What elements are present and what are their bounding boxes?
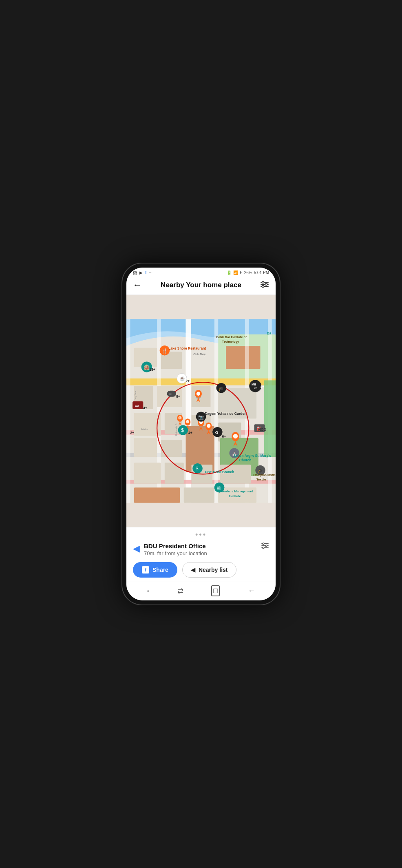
svg-text:2+: 2+ [130,431,134,435]
svg-rect-14 [126,319,130,503]
svg-point-114 [263,547,264,549]
svg-text:🍴: 🍴 [162,348,168,354]
video-icon: ▶ [139,270,143,275]
svg-text:Institute: Institute [229,494,241,498]
svg-text:☕: ☕ [179,376,186,381]
battery-percent: 26% [244,270,252,275]
svg-rect-24 [192,386,211,407]
svg-point-113 [265,545,267,547]
svg-text:Amhara Management: Amhara Management [222,489,253,493]
battery-charge-icon: 🔋 [227,270,232,275]
svg-point-112 [263,543,264,545]
svg-rect-73 [167,391,176,397]
svg-rect-8 [226,346,260,369]
svg-text:MB: MB [252,383,256,386]
svg-text:🎓: 🎓 [219,386,224,391]
svg-rect-37 [220,465,251,484]
phone-inner: 🖼 ▶ f ··· 🔋 📶 H 26% 5:01 PM ← Nearby You… [126,268,276,600]
svg-text:🎓: 🎓 [258,468,263,474]
facebook-icon: f [145,270,147,275]
share-label: Share [152,567,168,573]
nearby-list-label: Nearby list [199,567,228,573]
svg-text:⊙: ⊙ [179,416,181,419]
svg-text:2+: 2+ [186,379,190,383]
svg-point-50 [233,434,238,438]
svg-text:8+: 8+ [176,394,180,399]
svg-text:♻: ♻ [215,430,219,435]
page-title: Nearby Your home place [142,281,260,289]
svg-text:Ethiopian Instit.: Ethiopian Instit. [253,473,276,477]
nearby-list-button[interactable]: ◀ Nearby list [182,562,236,578]
svg-rect-34 [134,463,161,484]
nav-overview-button[interactable]: □ [211,585,220,596]
map-svg: ⊙ ⊙ [126,295,276,527]
more-icon: ··· [149,270,152,275]
svg-text:4+: 4+ [143,406,147,410]
back-button[interactable]: ← [133,280,142,290]
svg-text:Beg Tara: Beg Tara [134,391,137,400]
svg-point-5 [262,285,264,287]
network-icon: H [240,270,243,275]
svg-text:Ba: Ba [267,331,271,335]
nav-recent-button[interactable]: ⇄ [177,587,183,596]
image-icon: 🖼 [133,270,137,275]
time: 5:01 PM [254,270,269,275]
facebook-share-icon: f [142,566,149,574]
svg-text:Technology: Technology [222,340,239,343]
dots-indicator: ••• [133,531,269,539]
svg-rect-16 [214,319,218,503]
status-right: 🔋 📶 H 26% 5:01 PM [227,270,269,275]
options-icon[interactable] [261,542,269,551]
svg-rect-39 [184,487,214,503]
nav-bar: ● ⇄ □ ← [126,582,276,600]
map-area[interactable]: ⊙ ⊙ [126,295,276,527]
svg-text:Lake Shore Restaurant: Lake Shore Restaurant [168,346,206,350]
location-distance: 70m. far from your location [144,550,257,556]
svg-text:NOG: NOG [258,427,267,432]
svg-rect-38 [134,487,180,503]
status-left: 🖼 ▶ f ··· [133,270,152,275]
nearby-arrow-icon: ◀ [191,567,195,573]
svg-point-4 [265,283,267,285]
location-name: BDU President Office [144,542,257,549]
svg-text:Gish Abay: Gish Abay [193,353,206,356]
svg-text:🏛: 🏛 [217,485,221,490]
svg-text:Selam Argiw St. Mary's: Selam Argiw St. Mary's [234,454,272,458]
filter-button[interactable] [260,281,269,290]
svg-point-3 [262,281,264,283]
filter-icon [260,281,269,288]
svg-text:CBE Peda Branch: CBE Peda Branch [205,470,234,474]
svg-rect-35 [165,463,184,484]
phone-frame: 🖼 ▶ f ··· 🔋 📶 H 26% 5:01 PM ← Nearby You… [121,263,281,605]
svg-text:University S.: University S. [175,423,177,436]
share-button[interactable]: f Share [133,562,177,578]
svg-text:━: ━ [169,392,172,396]
svg-text:Zeleke: Zeleke [141,428,148,430]
svg-text:4+: 4+ [260,385,264,389]
bottom-panel: ••• ◀ BDU President Office 70m. far from… [126,527,276,582]
svg-text:🛏: 🛏 [135,404,139,408]
svg-text:Church: Church [239,458,252,462]
svg-rect-33 [161,440,182,457]
svg-text:ch: ch [254,386,257,390]
status-bar: 🖼 ▶ f ··· 🔋 📶 H 26% 5:01 PM [126,268,276,277]
nav-home-button[interactable]: ● [147,589,149,593]
signal-icon: 📶 [233,270,238,275]
svg-text:$: $ [181,427,184,433]
svg-text:Textile: Textile [256,478,266,481]
dots: ••• [195,531,207,539]
svg-point-43 [197,392,200,396]
svg-text:$: $ [196,466,199,472]
svg-rect-19 [264,380,276,457]
header: ← Nearby Your home place [126,277,276,295]
svg-text:4+: 4+ [188,431,192,435]
svg-text:⊙: ⊙ [186,421,189,423]
action-buttons: f Share ◀ Nearby list [133,562,269,578]
svg-text:6+: 6+ [222,434,226,438]
svg-rect-32 [134,438,157,457]
svg-point-49 [207,424,210,427]
nav-back-button[interactable]: ← [248,587,255,595]
location-text: BDU President Office 70m. far from your … [144,542,257,556]
location-info: ◀ BDU President Office 70m. far from you… [133,542,269,556]
svg-text:Bahir Dar Institute of: Bahir Dar Institute of [216,335,247,339]
